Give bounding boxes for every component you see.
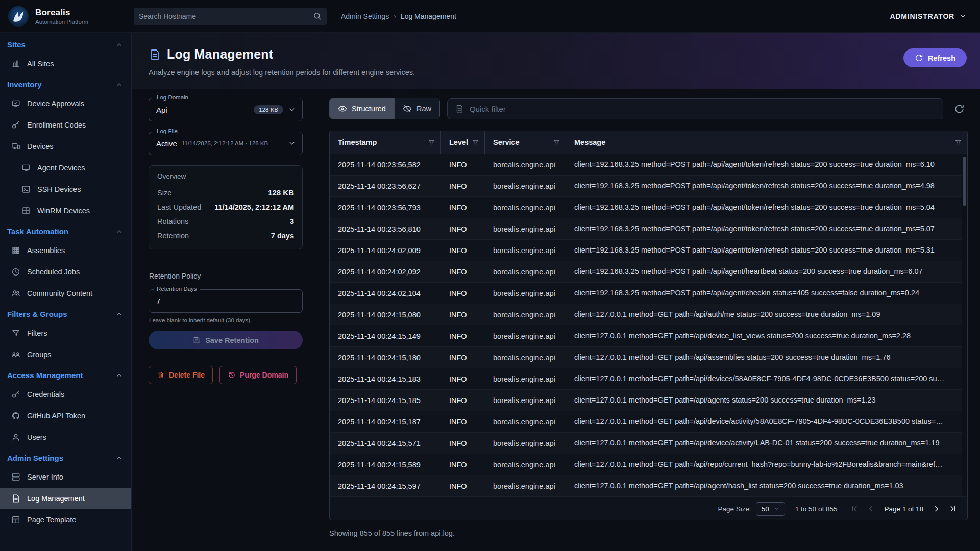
page-header: Log Management Analyze engine logs and a… bbox=[132, 33, 980, 89]
sidebar-item-device-approvals[interactable]: Device Approvals bbox=[0, 93, 131, 114]
structured-mode-button[interactable]: Structured bbox=[330, 98, 394, 119]
page-title: Log Management bbox=[167, 47, 273, 62]
pager: Page 1 of 18 bbox=[847, 502, 960, 516]
sidebar-item-groups[interactable]: Groups bbox=[0, 344, 131, 365]
retention-days-field[interactable]: Retention Days bbox=[149, 289, 303, 313]
purge-domain-button[interactable]: Purge Domain bbox=[219, 366, 297, 384]
hostname-search[interactable] bbox=[134, 8, 327, 25]
page-size-select[interactable]: 50 bbox=[756, 502, 785, 516]
retention-days-input[interactable] bbox=[156, 297, 296, 306]
overview-card: Overview Size 128 KB Last Updated 11/14/… bbox=[149, 165, 303, 249]
sidebar-item-filters[interactable]: Filters bbox=[0, 322, 131, 344]
log-timestamp: 2025-11-14 00:24:15,180 bbox=[330, 347, 441, 368]
log-message: client=192.168.3.25 method=POST path=/ap… bbox=[566, 218, 967, 239]
filter-icon[interactable] bbox=[472, 139, 479, 146]
sidebar-item-agent-devices[interactable]: Agent Devices bbox=[0, 157, 131, 179]
sidebar-item-winrm-devices[interactable]: WinRM Devices bbox=[0, 200, 131, 221]
sidebar-item-enrollment-codes[interactable]: Enrollment Codes bbox=[0, 114, 131, 136]
sidebar-item-page-template[interactable]: Page Template bbox=[0, 509, 131, 531]
log-row[interactable]: 2025-11-14 00:24:02,092 INFO borealis.en… bbox=[330, 261, 967, 283]
log-row[interactable]: 2025-11-14 00:24:15,589 INFO borealis.en… bbox=[330, 454, 967, 475]
sidebar-item-users[interactable]: Users bbox=[0, 427, 131, 448]
log-row[interactable]: 2025-11-14 00:24:15,185 INFO borealis.en… bbox=[330, 390, 967, 411]
log-row[interactable]: 2025-11-14 00:24:15,080 INFO borealis.en… bbox=[330, 304, 967, 325]
log-row[interactable]: 2025-11-14 00:24:15,183 INFO borealis.en… bbox=[330, 368, 967, 390]
overview-row-label: Rotations bbox=[157, 217, 188, 226]
log-message: client=127.0.0.1 method=GET path=/api/de… bbox=[566, 433, 967, 454]
user-menu[interactable]: ADMINISTRATOR bbox=[890, 12, 980, 20]
log-level: INFO bbox=[441, 261, 485, 282]
pagination: Page Size: 50 1 to 50 of 855 bbox=[330, 497, 967, 520]
chevron-down-icon bbox=[773, 506, 779, 512]
sidebar-item-log-management[interactable]: Log Management bbox=[0, 488, 131, 509]
sidebar-item-assemblies[interactable]: Assemblies bbox=[0, 240, 131, 261]
scrollbar-thumb[interactable] bbox=[963, 157, 966, 206]
user-icon bbox=[11, 433, 20, 442]
log-row[interactable]: 2025-11-14 00:23:56,810 INFO borealis.en… bbox=[330, 218, 967, 240]
table-refresh-button[interactable] bbox=[950, 100, 968, 117]
column-label-level: Level bbox=[449, 138, 468, 146]
sidebar-section-header[interactable]: Filters & Groups bbox=[0, 304, 131, 322]
first-page-button[interactable] bbox=[847, 502, 862, 516]
column-label-timestamp: Timestamp bbox=[338, 138, 377, 146]
log-row[interactable]: 2025-11-14 00:24:15,597 INFO borealis.en… bbox=[330, 475, 967, 497]
sidebar-item-community-content[interactable]: Community Content bbox=[0, 283, 131, 304]
log-row[interactable]: 2025-11-14 00:23:56,793 INFO borealis.en… bbox=[330, 197, 967, 218]
sidebar-item-all-sites[interactable]: All Sites bbox=[0, 53, 131, 74]
save-retention-button[interactable]: Save Retention bbox=[149, 331, 303, 349]
sidebar-section-header[interactable]: Admin Settings bbox=[0, 448, 131, 466]
breadcrumb-log-management[interactable]: Log Management bbox=[401, 12, 456, 20]
raw-mode-button[interactable]: Raw bbox=[394, 98, 439, 119]
sidebar-item-ssh-devices[interactable]: SSH Devices bbox=[0, 179, 131, 200]
filter-icon[interactable] bbox=[428, 139, 435, 146]
log-icon bbox=[11, 494, 20, 503]
quick-filter-input[interactable] bbox=[470, 105, 936, 113]
log-row[interactable]: 2025-11-14 00:24:15,180 INFO borealis.en… bbox=[330, 347, 967, 368]
sidebar-item-label: Enrollment Codes bbox=[27, 121, 86, 129]
retention-policy-label: Retention Policy bbox=[149, 272, 303, 280]
log-domain-select[interactable]: Log Domain Api 128 KB bbox=[149, 98, 303, 121]
filter-icon[interactable] bbox=[553, 139, 560, 146]
sidebar-section-header[interactable]: Sites bbox=[0, 35, 131, 53]
save-icon bbox=[192, 336, 201, 344]
log-timestamp: 2025-11-14 00:23:56,810 bbox=[330, 218, 441, 239]
log-row[interactable]: 2025-11-14 00:24:15,149 INFO borealis.en… bbox=[330, 325, 967, 347]
last-page-button[interactable] bbox=[946, 502, 960, 516]
log-message: client=127.0.0.1 method=GET path=/api/ag… bbox=[566, 390, 967, 411]
retention-hint: Leave blank to inherit default (30 days)… bbox=[149, 317, 303, 323]
sidebar-item-credentials[interactable]: Credentials bbox=[0, 384, 131, 405]
chevron-up-icon bbox=[115, 454, 123, 462]
log-level: INFO bbox=[441, 433, 485, 454]
table-scrollbar[interactable] bbox=[962, 155, 967, 496]
next-page-button[interactable] bbox=[929, 502, 944, 516]
delete-file-button[interactable]: Delete File bbox=[149, 366, 213, 384]
sidebar-section-label: Admin Settings bbox=[7, 454, 63, 462]
sidebar-item-scheduled-jobs[interactable]: Scheduled Jobs bbox=[0, 261, 131, 283]
breadcrumb-admin-settings[interactable]: Admin Settings bbox=[341, 12, 389, 20]
sidebar-section-header[interactable]: Task Automation bbox=[0, 221, 131, 240]
log-level: INFO bbox=[441, 475, 485, 496]
log-file-select[interactable]: Log File Active 11/14/2025, 2:12:12 AM ·… bbox=[149, 132, 303, 155]
log-row[interactable]: 2025-11-14 00:23:56,582 INFO borealis.en… bbox=[330, 154, 967, 176]
previous-page-button[interactable] bbox=[864, 502, 878, 516]
log-row[interactable]: 2025-11-14 00:24:15,187 INFO borealis.en… bbox=[330, 411, 967, 433]
log-timestamp: 2025-11-14 00:24:02,104 bbox=[330, 283, 441, 304]
log-row[interactable]: 2025-11-14 00:24:15,571 INFO borealis.en… bbox=[330, 433, 967, 454]
refresh-button[interactable]: Refresh bbox=[903, 48, 967, 67]
sidebar-section-header[interactable]: Inventory bbox=[0, 74, 131, 93]
log-timestamp: 2025-11-14 00:24:15,589 bbox=[330, 454, 441, 475]
log-row[interactable]: 2025-11-14 00:23:56,627 INFO borealis.en… bbox=[330, 176, 967, 197]
log-row[interactable]: 2025-11-14 00:24:02,009 INFO borealis.en… bbox=[330, 240, 967, 261]
sidebar-item-github-api-token[interactable]: GitHub API Token bbox=[0, 405, 131, 427]
log-row[interactable]: 2025-11-14 00:24:02,104 INFO borealis.en… bbox=[330, 283, 967, 304]
filter-icon[interactable] bbox=[954, 139, 962, 146]
hostname-search-input[interactable] bbox=[139, 12, 313, 20]
page-size-control: Page Size: 50 bbox=[718, 502, 785, 516]
sidebar-section-access-management: Access Management Credentials GitHub API… bbox=[0, 365, 131, 448]
log-document-icon bbox=[149, 48, 161, 61]
sidebar-section-header[interactable]: Access Management bbox=[0, 365, 131, 384]
sidebar-item-server-info[interactable]: Server Info bbox=[0, 466, 131, 488]
log-message: client=127.0.0.1 method=GET path=/api/re… bbox=[566, 454, 967, 475]
quick-filter[interactable] bbox=[447, 98, 943, 119]
sidebar-item-devices[interactable]: Devices bbox=[0, 136, 131, 157]
